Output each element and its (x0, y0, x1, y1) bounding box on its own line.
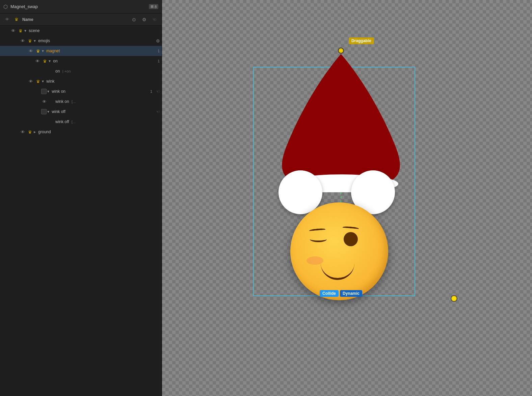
eye-icon-header: 👁 (3, 17, 11, 22)
badge-wink-on: 1 (147, 89, 152, 93)
name-column-header: Name (22, 17, 128, 22)
label-wink-on: ▾ wink on (47, 89, 147, 94)
crown-icon-magnet: ♛ (34, 49, 42, 54)
settings-emojis-icon[interactable]: ⚙ (154, 38, 162, 44)
label-on-sub: on | +on (55, 69, 162, 74)
blush-left (307, 256, 323, 265)
column-header: 👁 ♛ Name ⊙ ⚙ ☜ (0, 13, 162, 26)
label-scene: ▾ scene (24, 28, 162, 33)
label-wink-off: ▾ wink off (47, 109, 154, 114)
eyebrow-normal (343, 226, 359, 230)
crown-icon-ground: ♛ (26, 130, 34, 135)
tree-row-wink-on[interactable]: 👁 ▾ wink on 1 ☜ (0, 86, 162, 96)
label-emojis: ▾ emojis (34, 38, 154, 43)
smile (321, 263, 354, 280)
scene-objects: Draggable (253, 51, 429, 300)
action-icon-wink-off[interactable]: ☜ (154, 109, 162, 114)
bottom-labels: Collide Dynamic (320, 290, 362, 297)
scene-tree: 👁 ♛ ▾ scene 👁 ♛ ▾ emojis ⚙ 👁 ♛ ▾ magnet … (0, 26, 162, 396)
tree-row-wink-off-sub[interactable]: 👁 wink off [... (0, 117, 162, 127)
tree-row-on[interactable]: 👁 ♛ ▾ on 1 (0, 56, 162, 66)
crown-icon-on: ♛ (41, 59, 49, 64)
label-ground: ▸ ground (34, 130, 162, 134)
canvas-panel: Draggable (162, 0, 532, 396)
label-magnet: ▾ magnet (42, 49, 154, 53)
grid-icon: ⊞ (151, 4, 154, 9)
constraint-point-right[interactable] (451, 295, 457, 302)
vis-icon-wink-on: 👁 (34, 89, 41, 94)
eye-open (344, 232, 358, 246)
badge-on: 1 (154, 59, 160, 63)
settings-icon-header[interactable]: ⚙ (140, 17, 148, 22)
vis-icon-wink-off-sub: 👁 (41, 119, 48, 124)
tree-row-wink[interactable]: 👁 ♛ ▾ wink (0, 76, 162, 86)
vis-icon-ground: 👁 (19, 130, 26, 135)
eyebrow-wink (309, 228, 326, 232)
tree-row-magnet[interactable]: 👁 ♛ ▾ magnet 1 (0, 46, 162, 56)
vis-icon-magnet: 👁 (27, 49, 34, 54)
app-icon: ⬡ (3, 4, 8, 10)
vis-icon-emojis: 👁 (19, 38, 26, 44)
checkbox-wink-on[interactable] (41, 89, 47, 94)
label-on: ▾ on (49, 59, 154, 63)
tree-row-ground[interactable]: 👁 ♛ ▸ ground (0, 127, 162, 137)
tree-row-on-sub[interactable]: 👁 on | +on (0, 66, 162, 76)
pompom-left (278, 170, 322, 214)
badge-count: ⊞ 8 (149, 4, 158, 9)
tree-row-emojis[interactable]: 👁 ♛ ▾ emojis ⚙ (0, 36, 162, 46)
app-title: Magnet_swap (10, 4, 146, 9)
eye-wink (310, 236, 327, 242)
draggable-label: Draggable (349, 37, 374, 44)
crown-icon-header: ♛ (13, 17, 20, 22)
action-icon-wink-on[interactable]: ☜ (154, 89, 162, 94)
vis-icon-on-sub: 👁 (41, 69, 48, 74)
vis-icon-on: 👁 (34, 59, 41, 64)
left-panel: ⬡ Magnet_swap ⊞ 8 👁 ♛ Name ⊙ ⚙ ☜ 👁 ♛ ▾ s… (0, 0, 162, 396)
tree-row-wink-on-sub[interactable]: 👁 wink on [... (0, 96, 162, 107)
tree-row-scene[interactable]: 👁 ♛ ▾ scene (0, 26, 162, 36)
vis-icon-wink-off: 👁 (34, 109, 41, 114)
label-wink: ▾ wink (42, 79, 162, 84)
dynamic-badge: Dynamic (340, 290, 362, 297)
app-header: ⬡ Magnet_swap ⊞ 8 (0, 0, 162, 13)
tree-row-wink-off[interactable]: 👁 ▾ wink off ☜ (0, 107, 162, 117)
emoji-face (290, 202, 388, 300)
collide-badge: Collide (320, 290, 339, 297)
vis-icon-wink: 👁 (27, 79, 34, 84)
badge-magnet: 1 (154, 49, 160, 53)
vis-icon-wink-on-sub: 👁 (41, 99, 48, 104)
crown-icon-wink: ♛ (34, 79, 42, 84)
label-wink-on-sub: wink on [... (55, 99, 162, 104)
vis-icon-scene: 👁 (9, 28, 17, 33)
pointer-icon[interactable]: ☜ (150, 17, 158, 22)
crown-icon-scene: ♛ (17, 28, 24, 33)
record-icon[interactable]: ⊙ (130, 17, 138, 22)
label-wink-off-sub: wink off [... (55, 119, 162, 124)
checkbox-wink-off[interactable] (41, 109, 47, 114)
crown-icon-emojis: ♛ (26, 38, 34, 44)
